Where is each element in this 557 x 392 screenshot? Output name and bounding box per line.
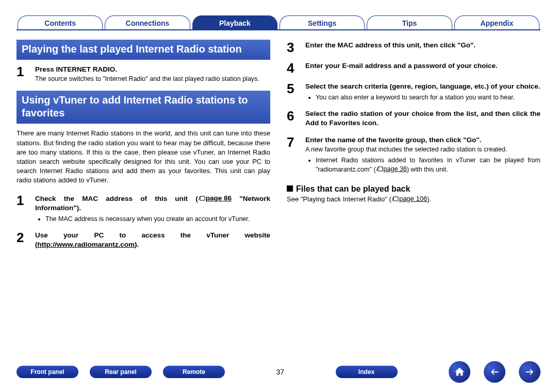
step-title: Enter your E-mail address and a password…	[305, 62, 498, 70]
arrow-left-icon	[489, 366, 500, 378]
vtuner-step-5: 5 Select the search criteria (genre, reg…	[287, 82, 540, 102]
step-number: 7	[287, 135, 300, 175]
page-link-36[interactable]: page 36	[376, 165, 407, 174]
nav-front-panel[interactable]: Front panel	[17, 366, 78, 378]
left-column: Playing the last played Internet Radio s…	[17, 38, 270, 257]
home-button[interactable]	[449, 361, 470, 383]
step-number: 5	[287, 82, 300, 102]
home-icon	[454, 366, 465, 378]
step-number: 2	[17, 231, 30, 249]
step-body: A new favorite group that includes the s…	[305, 146, 507, 153]
step-title: Select the search criteria (genre, regio…	[305, 82, 540, 90]
vtuner-url-link[interactable]: http://www.radiomarantz.com	[38, 241, 135, 248]
heading-play-last: Playing the last played Internet Radio s…	[17, 40, 270, 60]
page-number: 37	[276, 368, 284, 376]
step-1: 1 Press INTERNET RADIO. The source switc…	[17, 65, 270, 83]
page-link-106[interactable]: page 106	[391, 195, 427, 202]
step-number: 3	[287, 41, 300, 54]
step-number: 1	[17, 65, 30, 83]
arrow-right-icon	[524, 366, 535, 378]
right-column: 3 Enter the MAC address of this unit, th…	[287, 38, 540, 257]
step-title: Select the radio station of your choice …	[305, 110, 540, 127]
prev-page-button[interactable]	[484, 361, 505, 383]
vtuner-step-2: 2 Use your PC to access the vTuner websi…	[17, 231, 270, 249]
tab-tips[interactable]: Tips	[367, 15, 452, 29]
vtuner-step-1: 1 Check the MAC address of this unit (pa…	[17, 194, 270, 224]
tab-playback[interactable]: Playback	[192, 15, 277, 29]
step-number: 1	[17, 194, 30, 224]
nav-rear-panel[interactable]: Rear panel	[90, 366, 152, 378]
vtuner-step-3: 3 Enter the MAC address of this unit, th…	[287, 41, 540, 54]
step-bullet: The MAC address is necessary when you cr…	[45, 215, 270, 224]
step-bullet: You can also enter a keyword to search f…	[316, 93, 540, 102]
files-heading: Files that can be played back	[287, 184, 540, 194]
nav-index[interactable]: Index	[336, 366, 398, 378]
step-title: Enter the name of the favorite group, th…	[305, 136, 481, 144]
step-bullet: Internet Radio stations added to favorit…	[316, 156, 540, 174]
step-number: 6	[287, 109, 300, 128]
bottom-bar: Front panel Rear panel Remote 37 Index	[17, 361, 540, 383]
tab-connections[interactable]: Connections	[105, 15, 190, 29]
vtuner-step-7: 7 Enter the name of the favorite group, …	[287, 135, 540, 175]
step-number: 4	[287, 61, 300, 75]
page-link-86[interactable]: page 86	[198, 194, 232, 203]
next-page-button[interactable]	[519, 361, 540, 383]
heading-vtuner: Using vTuner to add Internet Radio stati…	[17, 91, 270, 124]
square-bullet-icon	[287, 185, 293, 192]
step-title: Press INTERNET RADIO.	[35, 65, 117, 73]
step-body: The source switches to "Internet Radio" …	[35, 75, 259, 82]
vtuner-step-4: 4 Enter your E-mail address and a passwo…	[287, 61, 540, 75]
step-title-part: ).	[135, 241, 139, 248]
tab-appendix[interactable]: Appendix	[454, 15, 539, 29]
tab-contents[interactable]: Contents	[18, 15, 103, 29]
top-tabs: Contents Connections Playback Settings T…	[17, 15, 540, 30]
files-note: See "Playing back Internet Radio" (page …	[287, 195, 540, 203]
vtuner-step-6: 6 Select the radio station of your choic…	[287, 109, 540, 128]
tab-settings[interactable]: Settings	[280, 15, 365, 29]
vtuner-intro: There are many Internet Radio stations i…	[17, 129, 270, 185]
nav-remote[interactable]: Remote	[163, 366, 225, 378]
step-title: Enter the MAC address of this unit, then…	[305, 41, 476, 49]
step-title-part: Check the MAC address of this unit (	[35, 195, 198, 202]
